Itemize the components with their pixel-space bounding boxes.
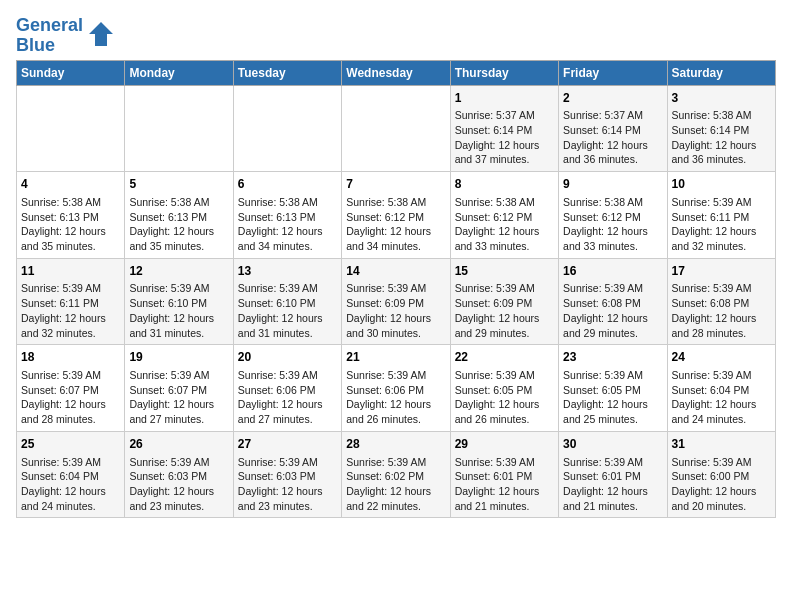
day-cell: 22Sunrise: 5:39 AM Sunset: 6:05 PM Dayli… <box>450 345 558 432</box>
day-cell: 15Sunrise: 5:39 AM Sunset: 6:09 PM Dayli… <box>450 258 558 345</box>
day-number: 18 <box>21 349 120 366</box>
day-info: Sunrise: 5:39 AM Sunset: 6:08 PM Dayligh… <box>672 281 771 340</box>
week-row-4: 25Sunrise: 5:39 AM Sunset: 6:04 PM Dayli… <box>17 431 776 518</box>
day-number: 20 <box>238 349 337 366</box>
day-info: Sunrise: 5:38 AM Sunset: 6:13 PM Dayligh… <box>21 195 120 254</box>
day-number: 16 <box>563 263 662 280</box>
day-cell <box>342 85 450 172</box>
day-cell: 9Sunrise: 5:38 AM Sunset: 6:12 PM Daylig… <box>559 172 667 259</box>
day-number: 8 <box>455 176 554 193</box>
day-info: Sunrise: 5:39 AM Sunset: 6:01 PM Dayligh… <box>455 455 554 514</box>
day-info: Sunrise: 5:39 AM Sunset: 6:07 PM Dayligh… <box>21 368 120 427</box>
day-number: 15 <box>455 263 554 280</box>
day-cell: 26Sunrise: 5:39 AM Sunset: 6:03 PM Dayli… <box>125 431 233 518</box>
day-info: Sunrise: 5:38 AM Sunset: 6:13 PM Dayligh… <box>238 195 337 254</box>
day-cell <box>125 85 233 172</box>
day-info: Sunrise: 5:39 AM Sunset: 6:03 PM Dayligh… <box>129 455 228 514</box>
day-number: 30 <box>563 436 662 453</box>
day-info: Sunrise: 5:39 AM Sunset: 6:03 PM Dayligh… <box>238 455 337 514</box>
day-info: Sunrise: 5:39 AM Sunset: 6:11 PM Dayligh… <box>672 195 771 254</box>
day-cell: 12Sunrise: 5:39 AM Sunset: 6:10 PM Dayli… <box>125 258 233 345</box>
day-info: Sunrise: 5:39 AM Sunset: 6:07 PM Dayligh… <box>129 368 228 427</box>
day-cell: 29Sunrise: 5:39 AM Sunset: 6:01 PM Dayli… <box>450 431 558 518</box>
day-cell: 25Sunrise: 5:39 AM Sunset: 6:04 PM Dayli… <box>17 431 125 518</box>
day-cell: 23Sunrise: 5:39 AM Sunset: 6:05 PM Dayli… <box>559 345 667 432</box>
day-number: 23 <box>563 349 662 366</box>
week-row-3: 18Sunrise: 5:39 AM Sunset: 6:07 PM Dayli… <box>17 345 776 432</box>
day-cell: 13Sunrise: 5:39 AM Sunset: 6:10 PM Dayli… <box>233 258 341 345</box>
day-cell <box>17 85 125 172</box>
logo-icon <box>87 20 115 52</box>
day-cell: 3Sunrise: 5:38 AM Sunset: 6:14 PM Daylig… <box>667 85 775 172</box>
day-cell: 10Sunrise: 5:39 AM Sunset: 6:11 PM Dayli… <box>667 172 775 259</box>
day-number: 3 <box>672 90 771 107</box>
day-info: Sunrise: 5:39 AM Sunset: 6:10 PM Dayligh… <box>238 281 337 340</box>
header-monday: Monday <box>125 60 233 85</box>
day-number: 13 <box>238 263 337 280</box>
logo-text-general: General <box>16 15 83 35</box>
day-info: Sunrise: 5:37 AM Sunset: 6:14 PM Dayligh… <box>563 108 662 167</box>
day-number: 21 <box>346 349 445 366</box>
header-thursday: Thursday <box>450 60 558 85</box>
day-number: 6 <box>238 176 337 193</box>
day-info: Sunrise: 5:39 AM Sunset: 6:08 PM Dayligh… <box>563 281 662 340</box>
day-cell: 8Sunrise: 5:38 AM Sunset: 6:12 PM Daylig… <box>450 172 558 259</box>
day-cell: 19Sunrise: 5:39 AM Sunset: 6:07 PM Dayli… <box>125 345 233 432</box>
day-cell: 28Sunrise: 5:39 AM Sunset: 6:02 PM Dayli… <box>342 431 450 518</box>
day-number: 1 <box>455 90 554 107</box>
day-cell: 21Sunrise: 5:39 AM Sunset: 6:06 PM Dayli… <box>342 345 450 432</box>
day-info: Sunrise: 5:37 AM Sunset: 6:14 PM Dayligh… <box>455 108 554 167</box>
day-info: Sunrise: 5:39 AM Sunset: 6:10 PM Dayligh… <box>129 281 228 340</box>
day-number: 27 <box>238 436 337 453</box>
day-cell: 24Sunrise: 5:39 AM Sunset: 6:04 PM Dayli… <box>667 345 775 432</box>
day-info: Sunrise: 5:38 AM Sunset: 6:12 PM Dayligh… <box>346 195 445 254</box>
day-info: Sunrise: 5:39 AM Sunset: 6:06 PM Dayligh… <box>238 368 337 427</box>
header-wednesday: Wednesday <box>342 60 450 85</box>
day-cell: 6Sunrise: 5:38 AM Sunset: 6:13 PM Daylig… <box>233 172 341 259</box>
day-info: Sunrise: 5:39 AM Sunset: 6:02 PM Dayligh… <box>346 455 445 514</box>
day-cell: 18Sunrise: 5:39 AM Sunset: 6:07 PM Dayli… <box>17 345 125 432</box>
day-cell: 2Sunrise: 5:37 AM Sunset: 6:14 PM Daylig… <box>559 85 667 172</box>
day-cell: 17Sunrise: 5:39 AM Sunset: 6:08 PM Dayli… <box>667 258 775 345</box>
header-tuesday: Tuesday <box>233 60 341 85</box>
day-number: 26 <box>129 436 228 453</box>
day-cell: 1Sunrise: 5:37 AM Sunset: 6:14 PM Daylig… <box>450 85 558 172</box>
day-info: Sunrise: 5:39 AM Sunset: 6:05 PM Dayligh… <box>455 368 554 427</box>
day-number: 2 <box>563 90 662 107</box>
logo: General Blue <box>16 16 115 56</box>
day-number: 17 <box>672 263 771 280</box>
day-number: 4 <box>21 176 120 193</box>
day-cell: 20Sunrise: 5:39 AM Sunset: 6:06 PM Dayli… <box>233 345 341 432</box>
day-info: Sunrise: 5:39 AM Sunset: 6:09 PM Dayligh… <box>455 281 554 340</box>
header-saturday: Saturday <box>667 60 775 85</box>
week-row-1: 4Sunrise: 5:38 AM Sunset: 6:13 PM Daylig… <box>17 172 776 259</box>
day-cell: 11Sunrise: 5:39 AM Sunset: 6:11 PM Dayli… <box>17 258 125 345</box>
day-cell: 4Sunrise: 5:38 AM Sunset: 6:13 PM Daylig… <box>17 172 125 259</box>
day-number: 19 <box>129 349 228 366</box>
day-info: Sunrise: 5:39 AM Sunset: 6:09 PM Dayligh… <box>346 281 445 340</box>
svg-marker-0 <box>89 22 113 46</box>
day-cell <box>233 85 341 172</box>
day-cell: 16Sunrise: 5:39 AM Sunset: 6:08 PM Dayli… <box>559 258 667 345</box>
day-info: Sunrise: 5:39 AM Sunset: 6:01 PM Dayligh… <box>563 455 662 514</box>
day-info: Sunrise: 5:38 AM Sunset: 6:13 PM Dayligh… <box>129 195 228 254</box>
day-number: 22 <box>455 349 554 366</box>
day-number: 28 <box>346 436 445 453</box>
header-row: SundayMondayTuesdayWednesdayThursdayFrid… <box>17 60 776 85</box>
day-number: 12 <box>129 263 228 280</box>
day-number: 25 <box>21 436 120 453</box>
day-info: Sunrise: 5:39 AM Sunset: 6:04 PM Dayligh… <box>672 368 771 427</box>
day-info: Sunrise: 5:39 AM Sunset: 6:04 PM Dayligh… <box>21 455 120 514</box>
day-number: 31 <box>672 436 771 453</box>
day-number: 7 <box>346 176 445 193</box>
day-number: 29 <box>455 436 554 453</box>
day-info: Sunrise: 5:39 AM Sunset: 6:05 PM Dayligh… <box>563 368 662 427</box>
day-number: 9 <box>563 176 662 193</box>
day-cell: 5Sunrise: 5:38 AM Sunset: 6:13 PM Daylig… <box>125 172 233 259</box>
day-number: 10 <box>672 176 771 193</box>
day-info: Sunrise: 5:39 AM Sunset: 6:06 PM Dayligh… <box>346 368 445 427</box>
day-number: 24 <box>672 349 771 366</box>
day-info: Sunrise: 5:39 AM Sunset: 6:11 PM Dayligh… <box>21 281 120 340</box>
day-cell: 30Sunrise: 5:39 AM Sunset: 6:01 PM Dayli… <box>559 431 667 518</box>
day-cell: 7Sunrise: 5:38 AM Sunset: 6:12 PM Daylig… <box>342 172 450 259</box>
